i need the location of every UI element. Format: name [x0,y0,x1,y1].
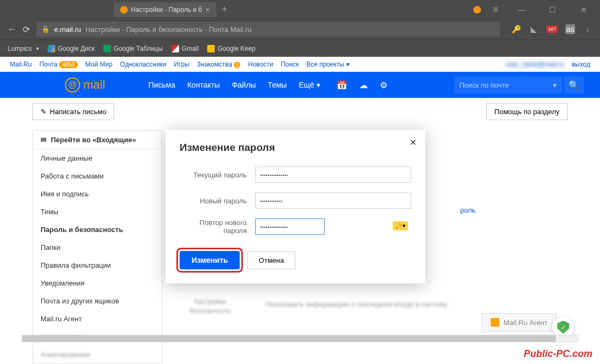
minimize-button[interactable]: — [510,2,532,17]
mailru-topnav: Mail.Ru Почта 4853 Мой Мир Одноклассники… [0,57,600,72]
indicator-icon[interactable] [473,6,481,14]
browser-chrome: Настройки - Пароль и б × + ≡ — ☐ ✕ ← ⟳ 🔓… [0,0,600,57]
repeat-password-label: Повтор нового пароля [180,219,255,235]
content-hint: Показывать информацию о последнем входе … [265,300,448,308]
search-icon: 🔍 [569,80,579,90]
download-icon[interactable]: ↓ [583,24,592,34]
modal-close-button[interactable]: ✕ [410,137,417,148]
nav-moimir[interactable]: Мой Мир [85,61,113,68]
menu-contacts[interactable]: Контакты [187,81,220,89]
url-host: e.mail.ru [54,25,81,34]
password-manager-icon[interactable]: 🔑▾ [393,221,408,230]
scrollbar-thumb[interactable] [22,335,556,342]
nav-news[interactable]: Новости [248,61,273,68]
nav-projects[interactable]: Все проекты ▾ [306,61,349,68]
horizontal-scrollbar[interactable] [22,335,578,342]
lock-icon: 🔓 [42,25,50,33]
bookmark-keep[interactable]: Google Keep [207,45,255,52]
sidebar-item-personal[interactable]: Личные данные [33,149,162,167]
drive-icon [48,45,55,52]
nav-games[interactable]: Игры [174,61,189,68]
back-button[interactable]: ← [8,24,16,34]
shield-icon: ✓ [557,321,569,334]
help-button[interactable]: Помощь по разделу [486,103,568,120]
bookmark-gmail[interactable]: Gmail [172,45,199,52]
settings-labels: Настройки безопасности [189,297,230,316]
menu-icon[interactable]: ≡ [491,5,500,15]
mail-logo[interactable]: @ mail [65,77,105,92]
modal-title: Изменение пароля [180,142,411,154]
extension-icon[interactable]: as [565,24,575,34]
nav-dating[interactable]: Знакомства [197,61,232,68]
gmail-icon [172,45,179,52]
sidebar-item-agent[interactable]: Mail.ru Агент [33,310,162,328]
calendar-icon[interactable]: 📅 [337,80,347,90]
sidebar-item-externalmail[interactable]: Почта из других ящиков [33,292,162,310]
modal-cancel-button[interactable]: Отмена [247,252,295,269]
new-password-input[interactable] [255,193,411,209]
content-link[interactable]: роль [460,206,476,214]
watermark: Public-PC.com [524,348,592,360]
tab-title: Настройки - Пароль и б [131,6,202,14]
sidebar-item-security[interactable]: Пароль и безопасность [33,221,162,239]
at-icon: @ [65,77,80,92]
addressbar: ← ⟳ 🔓 e.mail.ru Настройки - Пароль и без… [0,19,600,39]
modal-submit-button[interactable]: Изменить [180,251,240,269]
sidebar-inbox[interactable]: ✉ Перейти во «Входящие» [33,131,162,149]
envelope-icon: ✉ [41,136,47,144]
reload-button[interactable]: ⟳ [23,24,30,35]
sidebar-item-filters[interactable]: Правила фильтрации [33,256,162,274]
nav-mailru[interactable]: Mail.Ru [10,61,32,68]
nav-search[interactable]: Поиск [281,61,299,68]
bookmark-sheets[interactable]: Google Таблицы [103,45,163,52]
bookmark-icon[interactable]: ◣ [529,24,539,34]
search-button[interactable]: 🔍 [564,76,584,94]
nav-pochta[interactable]: Почта [39,61,57,68]
current-password-input[interactable] [255,167,411,183]
compose-button[interactable]: ✎ Написать письмо [32,103,114,120]
gear-icon[interactable]: ⚙ [380,80,387,90]
new-tab-button[interactable]: + [222,4,228,15]
nav-username[interactable]: user_name@mail.ru [505,61,564,68]
current-password-label: Текущий пароль [180,171,255,179]
edit-icon: ✎ [41,108,47,116]
bookmark-drive[interactable]: Google Диск [48,45,95,52]
cloud-icon[interactable]: ☁ [359,80,368,90]
unread-badge: 4853 [59,61,77,68]
bookmark-lumpics[interactable]: Lumpics [8,45,39,52]
sheets-icon [103,45,111,52]
nav-odk[interactable]: Одноклассники [120,61,167,68]
sidebar-item-survey[interactable]: Анкетирование [33,346,162,363]
browser-tab[interactable]: Настройки - Пароль и б × [114,2,216,17]
maximize-button[interactable]: ☐ [542,2,563,17]
menu-more[interactable]: Ещё ▾ [299,81,320,89]
menu-letters[interactable]: Письма [148,81,175,89]
dating-badge: 1 [234,62,240,68]
repeat-password-input[interactable] [255,219,325,235]
sidebar-item-themes[interactable]: Темы [33,203,162,221]
new-password-label: Новый пароль [180,197,255,205]
keep-icon [207,45,215,52]
sidebar-item-signature[interactable]: Имя и подпись [33,185,162,203]
agent-button[interactable]: Mail.Ru Агент [482,313,557,332]
sidebar-item-folders[interactable]: Папки [33,239,162,256]
menu-themes[interactable]: Темы [268,81,287,89]
url-path: Настройки - Пароль и безопасность - Почт… [85,25,252,34]
nav-logout[interactable]: выход [572,61,590,68]
sidebar-item-notifications[interactable]: Уведомления [33,274,162,292]
agent-icon [491,318,499,327]
close-window-button[interactable]: ✕ [573,2,595,17]
bookmarks-bar: Lumpics Google Диск Google Таблицы Gmail… [0,39,600,57]
key-icon[interactable]: 🔑 [512,24,522,34]
mail-header: @ mail Письма Контакты Файлы Темы Ещё ▾ … [0,72,600,98]
mail-search-input[interactable]: Поиск по почте ▾ [454,76,562,94]
menu-files[interactable]: Файлы [232,81,255,89]
settings-sidebar: ✉ Перейти во «Входящие» Личные данные Ра… [32,130,162,364]
extension-badge[interactable]: 167 [546,25,558,33]
sidebar-item-letters[interactable]: Работа с письмами [33,167,162,185]
tab-favicon [120,6,128,14]
change-password-modal: ✕ Изменение пароля Текущий пароль Новый … [166,130,425,283]
url-input[interactable]: 🔓 e.mail.ru Настройки - Пароль и безопас… [36,22,500,37]
titlebar: Настройки - Пароль и б × + ≡ — ☐ ✕ [0,0,600,19]
tab-close-icon[interactable]: × [205,5,209,14]
